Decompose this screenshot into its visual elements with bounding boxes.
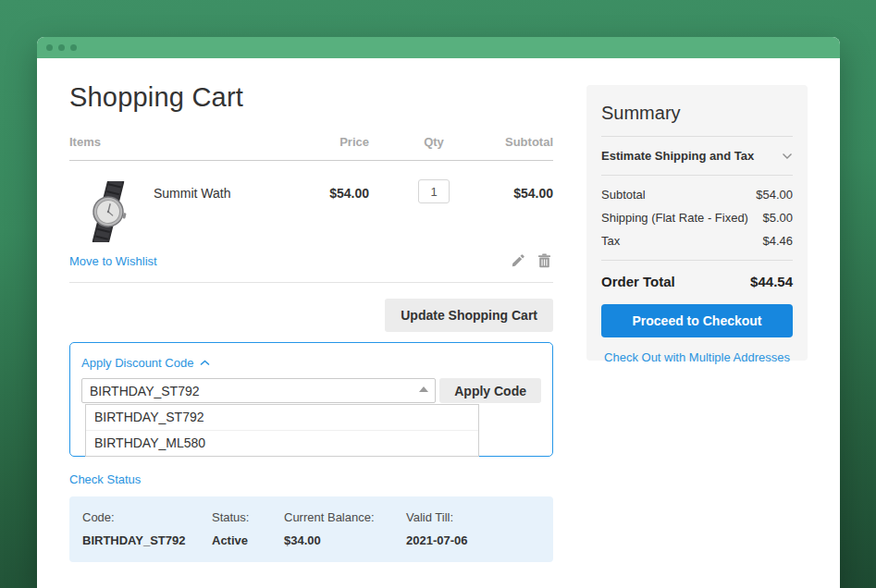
item-info: Summit Wath: [69, 181, 285, 242]
col-header-price: Price: [285, 135, 392, 149]
divider: [601, 260, 793, 261]
tax-value: $4.46: [762, 234, 793, 248]
discount-code-input[interactable]: [81, 378, 436, 403]
apply-discount-toggle[interactable]: Apply Discount Code: [81, 356, 210, 370]
summary-title: Summary: [601, 103, 793, 124]
window-control-maximize[interactable]: [70, 44, 77, 51]
update-cart-row: Update Shopping Cart: [69, 299, 553, 332]
status-value-valid: 2021-07-06: [406, 533, 540, 547]
item-qty-cell: [392, 181, 475, 203]
product-image-watch: [82, 181, 134, 242]
browser-window: Shopping Cart Items Price Qty Subtotal: [37, 37, 840, 588]
chevron-up-icon: [200, 360, 210, 366]
col-header-subtotal: Subtotal: [475, 135, 553, 149]
status-value-status: Active: [212, 533, 284, 547]
item-action-icons: [511, 253, 553, 268]
shipping-label: Shipping (Flat Rate - Fixed): [601, 211, 748, 225]
apply-discount-label: Apply Discount Code: [81, 356, 193, 370]
page-content: Shopping Cart Items Price Qty Subtotal: [37, 58, 840, 562]
move-to-wishlist-link[interactable]: Move to Wishlist: [69, 254, 157, 268]
discount-code-dropdown: BIRTHDAY_ST792 BIRTHDAY_ML580: [85, 404, 479, 457]
summary-row-subtotal: Subtotal $54.00: [601, 188, 793, 202]
estimate-shipping-toggle[interactable]: Estimate Shipping and Tax: [601, 149, 793, 163]
estimate-shipping-label: Estimate Shipping and Tax: [601, 149, 754, 163]
order-total-label: Order Total: [601, 274, 675, 289]
col-header-qty: Qty: [392, 135, 475, 149]
status-label-code: Code:: [82, 510, 212, 524]
summary-panel: Summary Estimate Shipping and Tax Subtot…: [586, 85, 808, 361]
subtotal-label: Subtotal: [601, 188, 646, 202]
cart-item-row: Summit Wath $54.00 $54.00: [69, 161, 553, 242]
discount-input-row: Apply Code: [81, 378, 541, 403]
dropdown-option[interactable]: BIRTHDAY_ML580: [86, 430, 478, 456]
qty-input[interactable]: [418, 179, 450, 203]
status-label-status: Status:: [212, 510, 284, 524]
summary-row-tax: Tax $4.46: [601, 234, 793, 248]
item-price: $54.00: [285, 186, 392, 201]
window-titlebar: [37, 37, 840, 58]
pencil-icon: [511, 253, 525, 268]
col-header-items: Items: [69, 135, 285, 149]
delete-item-button[interactable]: [537, 253, 551, 268]
cart-table-header: Items Price Qty Subtotal: [69, 135, 553, 161]
product-name[interactable]: Summit Wath: [154, 186, 231, 201]
divider: [601, 136, 793, 137]
window-control-minimize[interactable]: [58, 44, 65, 51]
apply-code-button[interactable]: Apply Code: [439, 378, 541, 403]
tax-label: Tax: [601, 234, 620, 248]
update-cart-button[interactable]: Update Shopping Cart: [385, 299, 553, 332]
proceed-to-checkout-button[interactable]: Proceed to Checkout: [601, 304, 793, 337]
status-value-balance: $34.00: [284, 533, 406, 547]
summary-row-shipping: Shipping (Flat Rate - Fixed) $5.00: [601, 211, 793, 225]
status-label-valid: Valid Till:: [406, 510, 540, 524]
subtotal-value: $54.00: [756, 188, 793, 202]
chevron-down-icon: [782, 153, 793, 160]
item-subtotal: $54.00: [475, 186, 553, 201]
gift-card-status-panel: Code: Status: Current Balance: Valid Til…: [69, 496, 553, 562]
edit-item-button[interactable]: [511, 253, 525, 268]
divider: [601, 175, 793, 176]
multi-address-checkout-link[interactable]: Check Out with Multiple Addresses: [601, 350, 793, 364]
check-status-link[interactable]: Check Status: [69, 472, 141, 486]
window-control-close[interactable]: [46, 44, 53, 51]
status-label-balance: Current Balance:: [284, 510, 406, 524]
discount-combo: [81, 378, 436, 403]
discount-code-section: Apply Discount Code Apply Code BIRTHDAY_…: [69, 342, 553, 457]
trash-icon: [537, 253, 551, 268]
summary-row-order-total: Order Total $44.54: [601, 274, 793, 289]
cart-section: Shopping Cart Items Price Qty Subtotal: [69, 79, 553, 562]
dropdown-option[interactable]: BIRTHDAY_ST792: [86, 405, 478, 430]
shipping-value: $5.00: [762, 211, 793, 225]
item-actions-row: Move to Wishlist: [69, 253, 553, 283]
combo-collapse-arrow-icon[interactable]: [419, 386, 428, 392]
order-total-value: $44.54: [750, 274, 793, 289]
page-title: Shopping Cart: [69, 82, 553, 113]
status-value-code: BIRTHDAY_ST792: [82, 533, 212, 547]
